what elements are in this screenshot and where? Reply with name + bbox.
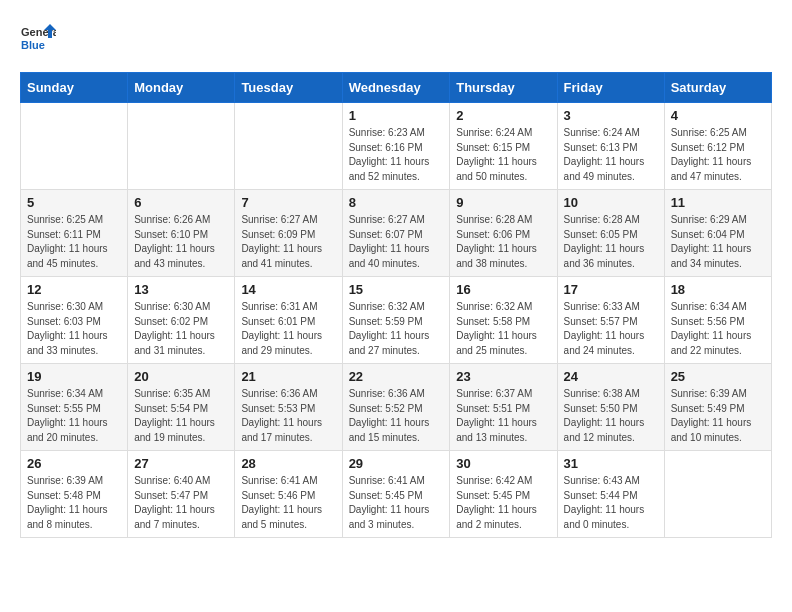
calendar-cell: 15Sunrise: 6:32 AM Sunset: 5:59 PM Dayli… xyxy=(342,277,450,364)
calendar-cell: 9Sunrise: 6:28 AM Sunset: 6:06 PM Daylig… xyxy=(450,190,557,277)
day-number: 27 xyxy=(134,456,228,471)
day-number: 18 xyxy=(671,282,765,297)
calendar-cell: 26Sunrise: 6:39 AM Sunset: 5:48 PM Dayli… xyxy=(21,451,128,538)
calendar-header-row: SundayMondayTuesdayWednesdayThursdayFrid… xyxy=(21,73,772,103)
week-row-2: 5Sunrise: 6:25 AM Sunset: 6:11 PM Daylig… xyxy=(21,190,772,277)
header-tuesday: Tuesday xyxy=(235,73,342,103)
calendar-cell: 4Sunrise: 6:25 AM Sunset: 6:12 PM Daylig… xyxy=(664,103,771,190)
calendar-cell: 6Sunrise: 6:26 AM Sunset: 6:10 PM Daylig… xyxy=(128,190,235,277)
day-number: 11 xyxy=(671,195,765,210)
day-detail: Sunrise: 6:39 AM Sunset: 5:49 PM Dayligh… xyxy=(671,387,765,445)
calendar-cell: 22Sunrise: 6:36 AM Sunset: 5:52 PM Dayli… xyxy=(342,364,450,451)
day-number: 5 xyxy=(27,195,121,210)
day-number: 28 xyxy=(241,456,335,471)
day-detail: Sunrise: 6:35 AM Sunset: 5:54 PM Dayligh… xyxy=(134,387,228,445)
day-number: 12 xyxy=(27,282,121,297)
day-detail: Sunrise: 6:34 AM Sunset: 5:55 PM Dayligh… xyxy=(27,387,121,445)
calendar-cell xyxy=(235,103,342,190)
calendar-cell: 7Sunrise: 6:27 AM Sunset: 6:09 PM Daylig… xyxy=(235,190,342,277)
day-number: 30 xyxy=(456,456,550,471)
day-number: 22 xyxy=(349,369,444,384)
day-detail: Sunrise: 6:41 AM Sunset: 5:45 PM Dayligh… xyxy=(349,474,444,532)
day-number: 17 xyxy=(564,282,658,297)
calendar-cell: 12Sunrise: 6:30 AM Sunset: 6:03 PM Dayli… xyxy=(21,277,128,364)
header-sunday: Sunday xyxy=(21,73,128,103)
day-number: 14 xyxy=(241,282,335,297)
day-number: 24 xyxy=(564,369,658,384)
day-detail: Sunrise: 6:26 AM Sunset: 6:10 PM Dayligh… xyxy=(134,213,228,271)
day-number: 26 xyxy=(27,456,121,471)
calendar-cell: 21Sunrise: 6:36 AM Sunset: 5:53 PM Dayli… xyxy=(235,364,342,451)
calendar-cell: 18Sunrise: 6:34 AM Sunset: 5:56 PM Dayli… xyxy=(664,277,771,364)
calendar-cell: 3Sunrise: 6:24 AM Sunset: 6:13 PM Daylig… xyxy=(557,103,664,190)
day-detail: Sunrise: 6:24 AM Sunset: 6:15 PM Dayligh… xyxy=(456,126,550,184)
day-detail: Sunrise: 6:38 AM Sunset: 5:50 PM Dayligh… xyxy=(564,387,658,445)
day-detail: Sunrise: 6:36 AM Sunset: 5:53 PM Dayligh… xyxy=(241,387,335,445)
day-detail: Sunrise: 6:34 AM Sunset: 5:56 PM Dayligh… xyxy=(671,300,765,358)
calendar-cell: 27Sunrise: 6:40 AM Sunset: 5:47 PM Dayli… xyxy=(128,451,235,538)
day-detail: Sunrise: 6:33 AM Sunset: 5:57 PM Dayligh… xyxy=(564,300,658,358)
calendar-cell: 8Sunrise: 6:27 AM Sunset: 6:07 PM Daylig… xyxy=(342,190,450,277)
day-number: 9 xyxy=(456,195,550,210)
day-detail: Sunrise: 6:27 AM Sunset: 6:07 PM Dayligh… xyxy=(349,213,444,271)
day-detail: Sunrise: 6:25 AM Sunset: 6:11 PM Dayligh… xyxy=(27,213,121,271)
calendar-cell: 13Sunrise: 6:30 AM Sunset: 6:02 PM Dayli… xyxy=(128,277,235,364)
day-detail: Sunrise: 6:42 AM Sunset: 5:45 PM Dayligh… xyxy=(456,474,550,532)
svg-text:Blue: Blue xyxy=(21,39,45,51)
calendar-cell: 2Sunrise: 6:24 AM Sunset: 6:15 PM Daylig… xyxy=(450,103,557,190)
day-number: 13 xyxy=(134,282,228,297)
calendar-cell: 23Sunrise: 6:37 AM Sunset: 5:51 PM Dayli… xyxy=(450,364,557,451)
calendar-cell: 5Sunrise: 6:25 AM Sunset: 6:11 PM Daylig… xyxy=(21,190,128,277)
calendar-cell: 14Sunrise: 6:31 AM Sunset: 6:01 PM Dayli… xyxy=(235,277,342,364)
day-detail: Sunrise: 6:32 AM Sunset: 5:58 PM Dayligh… xyxy=(456,300,550,358)
day-detail: Sunrise: 6:30 AM Sunset: 6:03 PM Dayligh… xyxy=(27,300,121,358)
calendar-cell: 29Sunrise: 6:41 AM Sunset: 5:45 PM Dayli… xyxy=(342,451,450,538)
calendar-cell: 16Sunrise: 6:32 AM Sunset: 5:58 PM Dayli… xyxy=(450,277,557,364)
day-detail: Sunrise: 6:25 AM Sunset: 6:12 PM Dayligh… xyxy=(671,126,765,184)
calendar-cell xyxy=(21,103,128,190)
day-detail: Sunrise: 6:30 AM Sunset: 6:02 PM Dayligh… xyxy=(134,300,228,358)
page-header: General Blue xyxy=(20,20,772,56)
day-detail: Sunrise: 6:29 AM Sunset: 6:04 PM Dayligh… xyxy=(671,213,765,271)
day-number: 16 xyxy=(456,282,550,297)
day-detail: Sunrise: 6:31 AM Sunset: 6:01 PM Dayligh… xyxy=(241,300,335,358)
calendar-cell: 25Sunrise: 6:39 AM Sunset: 5:49 PM Dayli… xyxy=(664,364,771,451)
day-number: 15 xyxy=(349,282,444,297)
week-row-1: 1Sunrise: 6:23 AM Sunset: 6:16 PM Daylig… xyxy=(21,103,772,190)
calendar-cell xyxy=(664,451,771,538)
header-friday: Friday xyxy=(557,73,664,103)
day-detail: Sunrise: 6:36 AM Sunset: 5:52 PM Dayligh… xyxy=(349,387,444,445)
week-row-4: 19Sunrise: 6:34 AM Sunset: 5:55 PM Dayli… xyxy=(21,364,772,451)
calendar-cell xyxy=(128,103,235,190)
calendar-cell: 10Sunrise: 6:28 AM Sunset: 6:05 PM Dayli… xyxy=(557,190,664,277)
calendar-cell: 28Sunrise: 6:41 AM Sunset: 5:46 PM Dayli… xyxy=(235,451,342,538)
logo-svg: General Blue xyxy=(20,20,56,56)
day-detail: Sunrise: 6:28 AM Sunset: 6:06 PM Dayligh… xyxy=(456,213,550,271)
day-number: 10 xyxy=(564,195,658,210)
day-number: 19 xyxy=(27,369,121,384)
day-detail: Sunrise: 6:40 AM Sunset: 5:47 PM Dayligh… xyxy=(134,474,228,532)
day-detail: Sunrise: 6:37 AM Sunset: 5:51 PM Dayligh… xyxy=(456,387,550,445)
day-detail: Sunrise: 6:41 AM Sunset: 5:46 PM Dayligh… xyxy=(241,474,335,532)
calendar-cell: 19Sunrise: 6:34 AM Sunset: 5:55 PM Dayli… xyxy=(21,364,128,451)
day-detail: Sunrise: 6:24 AM Sunset: 6:13 PM Dayligh… xyxy=(564,126,658,184)
calendar-cell: 24Sunrise: 6:38 AM Sunset: 5:50 PM Dayli… xyxy=(557,364,664,451)
day-number: 29 xyxy=(349,456,444,471)
header-wednesday: Wednesday xyxy=(342,73,450,103)
day-number: 7 xyxy=(241,195,335,210)
day-detail: Sunrise: 6:43 AM Sunset: 5:44 PM Dayligh… xyxy=(564,474,658,532)
calendar-cell: 11Sunrise: 6:29 AM Sunset: 6:04 PM Dayli… xyxy=(664,190,771,277)
day-number: 6 xyxy=(134,195,228,210)
day-number: 2 xyxy=(456,108,550,123)
calendar-cell: 1Sunrise: 6:23 AM Sunset: 6:16 PM Daylig… xyxy=(342,103,450,190)
header-monday: Monday xyxy=(128,73,235,103)
day-number: 1 xyxy=(349,108,444,123)
day-detail: Sunrise: 6:27 AM Sunset: 6:09 PM Dayligh… xyxy=(241,213,335,271)
day-number: 3 xyxy=(564,108,658,123)
day-detail: Sunrise: 6:39 AM Sunset: 5:48 PM Dayligh… xyxy=(27,474,121,532)
week-row-3: 12Sunrise: 6:30 AM Sunset: 6:03 PM Dayli… xyxy=(21,277,772,364)
day-number: 8 xyxy=(349,195,444,210)
calendar-cell: 30Sunrise: 6:42 AM Sunset: 5:45 PM Dayli… xyxy=(450,451,557,538)
header-thursday: Thursday xyxy=(450,73,557,103)
calendar-cell: 31Sunrise: 6:43 AM Sunset: 5:44 PM Dayli… xyxy=(557,451,664,538)
